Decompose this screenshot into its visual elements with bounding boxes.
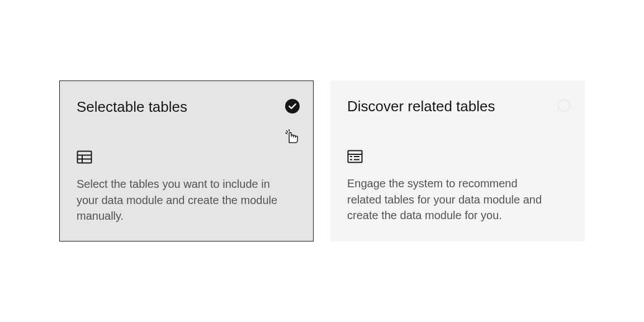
svg-line-1 [286,132,287,134]
radio-unchecked-icon [557,98,571,113]
svg-rect-12 [350,159,352,160]
card-discover-related-tables[interactable]: Discover related tables Engage the syste… [330,80,585,242]
radio-checked-icon [285,99,300,113]
table-icon [77,149,92,165]
pointer-cursor-icon [283,128,300,145]
svg-rect-4 [78,151,92,163]
card-title: Discover related tables [347,97,568,116]
card-title: Selectable tables [77,98,296,116]
card-description: Engage the system to recommend related t… [347,176,551,224]
svg-rect-11 [354,156,359,157]
data-table-icon [347,149,363,164]
card-description: Select the tables you want to include in… [77,176,280,224]
svg-line-2 [287,131,288,132]
svg-point-0 [285,99,300,113]
svg-rect-13 [354,159,359,160]
svg-rect-10 [350,156,352,157]
card-selection-stage: Selectable tables Select the table [0,0,644,322]
card-selectable-tables[interactable]: Selectable tables Select the table [59,80,314,242]
